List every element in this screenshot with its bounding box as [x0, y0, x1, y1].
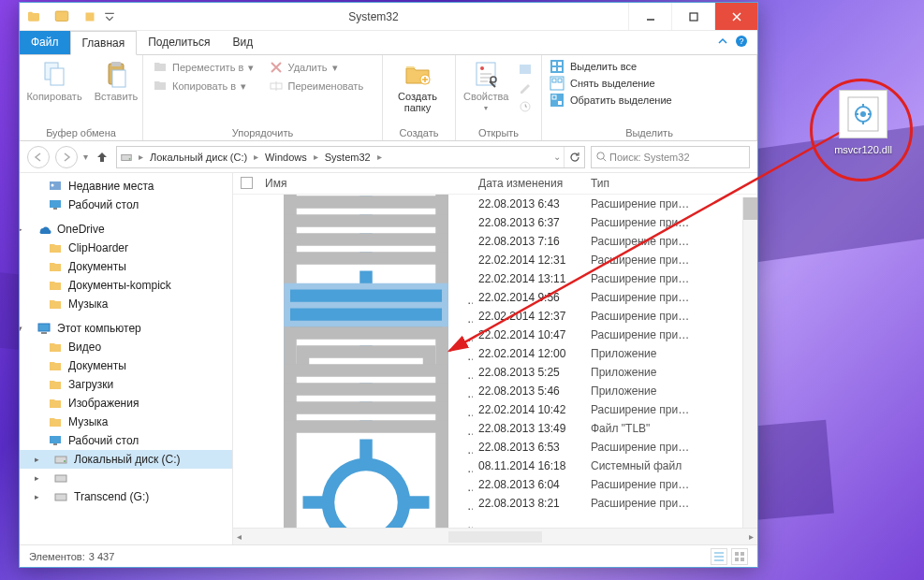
rename-button[interactable]: Переименовать	[267, 78, 375, 94]
sidebar-cliphoarder[interactable]: ClipHoarder	[20, 239, 232, 257]
svg-rect-77	[741, 552, 744, 556]
sidebar-pictures[interactable]: Изображения	[20, 394, 232, 413]
history-button[interactable]	[516, 98, 535, 115]
sidebar-desktop-fav[interactable]: Рабочий стол	[20, 196, 232, 214]
help-icon[interactable]: ?	[735, 35, 748, 51]
sidebar-music-fav[interactable]: Музыка	[20, 295, 232, 313]
svg-rect-0	[55, 11, 68, 22]
sidebar-documents-fav[interactable]: Документы	[20, 257, 232, 276]
tab-view[interactable]: Вид	[221, 31, 264, 54]
scroll-left-icon[interactable]: ◂	[237, 531, 242, 542]
sidebar-recent[interactable]: Недавние места	[20, 177, 232, 196]
file-date: 22.02.2014 12:00	[478, 347, 565, 360]
properties-button[interactable]: Свойства ▾	[463, 59, 508, 112]
svg-rect-21	[558, 67, 562, 71]
sidebar-documents-kompick[interactable]: Документы-kompick	[20, 276, 232, 295]
tab-file[interactable]: Файл	[20, 31, 70, 54]
status-elements-count: 3 437	[89, 551, 115, 562]
file-type: Файл "TLB"	[591, 422, 650, 435]
view-icons-button[interactable]	[731, 548, 748, 565]
properties-icon	[471, 59, 501, 89]
vertical-scrollbar[interactable]	[742, 197, 757, 528]
col-type[interactable]: Тип	[585, 177, 757, 190]
view-details-button[interactable]	[711, 548, 727, 565]
tree-expand-icon[interactable]: ▸	[35, 455, 44, 464]
svg-point-32	[51, 184, 54, 187]
svg-point-30	[597, 152, 604, 159]
tree-expand-icon[interactable]: ▸	[20, 225, 27, 234]
delete-button[interactable]: Удалить ▾	[267, 59, 375, 76]
col-name[interactable]: Имя	[259, 177, 473, 190]
clear-selection-button[interactable]: Снять выделение	[550, 76, 672, 91]
recent-locations-dropdown[interactable]: ▾	[83, 152, 88, 162]
breadcrumb[interactable]: ▸ Локальный диск (C:) ▸ Windows ▸ System…	[116, 146, 585, 168]
desktop-file-icon[interactable]: msvcr120.dll	[821, 90, 905, 155]
sidebar-videos[interactable]: Видео	[20, 338, 232, 356]
sidebar-music[interactable]: Музыка	[20, 413, 232, 431]
sidebar-desktop[interactable]: Рабочий стол	[20, 431, 232, 450]
sidebar-onedrive[interactable]: ▸OneDrive	[20, 220, 232, 239]
file-type: Системный файл	[591, 459, 682, 472]
minimize-button[interactable]	[628, 3, 671, 30]
copy-button[interactable]: Копировать	[27, 59, 81, 102]
paste-button[interactable]: Вставить	[89, 59, 143, 102]
column-headers: Имя Дата изменения Тип	[233, 173, 757, 195]
tab-share[interactable]: Поделиться	[137, 31, 221, 54]
svg-rect-76	[735, 552, 739, 556]
svg-rect-26	[558, 101, 562, 105]
sidebar-drive-c[interactable]: ▸Локальный диск (C:)	[20, 450, 232, 469]
scrollbar-thumb[interactable]	[743, 197, 757, 220]
scroll-right-icon[interactable]: ▸	[749, 531, 754, 542]
maximize-button[interactable]	[671, 3, 714, 30]
copy-to-button[interactable]: Копировать в ▾	[151, 78, 259, 94]
sidebar-documents[interactable]: Документы	[20, 356, 232, 375]
sidebar-transcend[interactable]: ▸Transcend (G:)	[20, 487, 232, 506]
col-date[interactable]: Дата изменения	[473, 177, 585, 190]
sidebar-this-pc[interactable]: ▾Этот компьютер	[20, 319, 232, 338]
breadcrumb-seg-windows[interactable]: Windows	[261, 152, 311, 163]
open-with-button[interactable]	[516, 61, 535, 78]
breadcrumb-seg-drive[interactable]: Локальный диск (C:)	[146, 152, 251, 163]
new-folder-icon	[403, 59, 433, 89]
address-bar: ▾ ▸ Локальный диск (C:) ▸ Windows ▸ Syst…	[20, 141, 757, 173]
chevron-down-icon: ▾	[248, 62, 254, 74]
paste-label: Вставить	[95, 91, 139, 102]
search-placeholder: Поиск: System32	[609, 152, 690, 163]
tree-expand-icon[interactable]: ▸	[35, 473, 44, 483]
search-input[interactable]: Поиск: System32	[591, 146, 750, 168]
delete-label: Удалить	[288, 62, 328, 73]
svg-rect-9	[112, 70, 125, 87]
copy-label: Копировать	[26, 91, 81, 102]
rename-label: Переименовать	[288, 80, 364, 92]
tree-expand-icon[interactable]: ▸	[35, 492, 44, 501]
svg-rect-33	[50, 200, 61, 208]
tab-home[interactable]: Главная	[70, 31, 138, 55]
sidebar-app[interactable]: ▸	[20, 469, 232, 487]
chevron-right-icon: ▸	[136, 152, 146, 162]
invert-selection-label: Обратить выделение	[570, 94, 672, 106]
qat-dropdown-icon[interactable]	[104, 11, 115, 22]
tree-collapse-icon[interactable]: ▾	[20, 324, 27, 333]
svg-rect-20	[552, 67, 556, 71]
move-to-button[interactable]: Переместить в ▾	[151, 59, 259, 76]
scrollbar-track[interactable]	[448, 531, 542, 543]
sidebar-downloads[interactable]: Загрузки	[20, 375, 232, 394]
horizontal-scrollbar[interactable]: ◂ ▸	[233, 528, 757, 544]
edit-button[interactable]	[516, 80, 535, 96]
breadcrumb-dropdown-icon[interactable]: ⌄	[550, 152, 564, 162]
nav-back-button[interactable]	[27, 146, 50, 168]
new-folder-button[interactable]: Создать папку	[390, 59, 445, 113]
ribbon-collapse-icon[interactable]	[716, 35, 729, 51]
close-button[interactable]	[714, 3, 757, 30]
breadcrumb-seg-system32[interactable]: System32	[321, 152, 374, 163]
file-date: 22.08.2013 6:43	[478, 197, 560, 210]
file-row[interactable]: apisetschema.dll22.08.2013 8:21Расширени…	[233, 494, 757, 513]
nav-up-button[interactable]	[94, 149, 110, 166]
svg-point-13	[480, 66, 484, 70]
invert-selection-button[interactable]: Обратить выделение	[550, 93, 672, 108]
refresh-button[interactable]	[564, 147, 584, 167]
explorer-window: System32 Файл Главная Поделиться Вид ?	[19, 2, 758, 568]
select-all-checkbox[interactable]	[241, 177, 253, 189]
nav-forward-button[interactable]	[55, 146, 78, 168]
select-all-button[interactable]: Выделить все	[550, 59, 672, 74]
